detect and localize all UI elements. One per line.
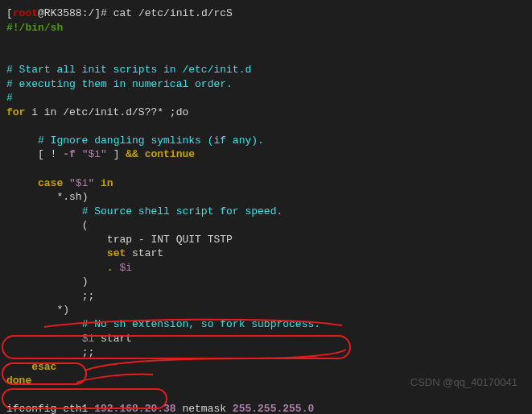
dsemi: ;; [82,346,95,358]
test-expr: [ ! -f "$i" ] && continue [38,148,195,160]
case-pattern-star: *) [56,304,69,316]
var-i: $i [82,333,95,345]
comment: # Start all init scripts in /etc/init.d [6,64,251,76]
comment: # Ignore dangling symlinks (if any). [38,135,264,147]
terminal-output: [root@RK3588:/]# cat /etc/init.d/rcS #!/… [6,6,526,414]
dot-var: $i [119,262,132,274]
watermark: CSDN @qq_40170041 [410,375,518,390]
comment: # executing them in numerical order. [6,78,233,90]
comment: # No sh extension, so fork subprocess. [82,318,320,330]
esac-keyword: esac [31,361,56,373]
shebang: #!/bin/sh [6,22,63,34]
prompt: [root@RK3588:/]# [6,7,113,19]
for-line: i in /etc/init.d/S??* ;do [25,106,188,118]
dot-keyword: . [107,262,120,274]
case-var: "$i" [69,177,94,189]
for-keyword: for [6,106,25,118]
comment: # Source shell script for speed. [82,205,283,217]
trap-line: trap - INT QUIT TSTP [107,234,233,246]
comment: # [6,92,13,104]
paren-open: ( [82,219,89,231]
ifconfig-line: ifconfig eth1 192.168.20.38 netmask 255.… [6,403,314,414]
command-cat: cat /etc/init.d/rcS [113,7,233,19]
dsemi: ;; [82,290,95,302]
set-keyword: set [107,247,126,259]
done-keyword: done [6,375,31,387]
case-pattern-sh: *.sh) [56,191,88,203]
paren-close: ) [82,275,89,288]
case-keyword: case [38,177,69,189]
